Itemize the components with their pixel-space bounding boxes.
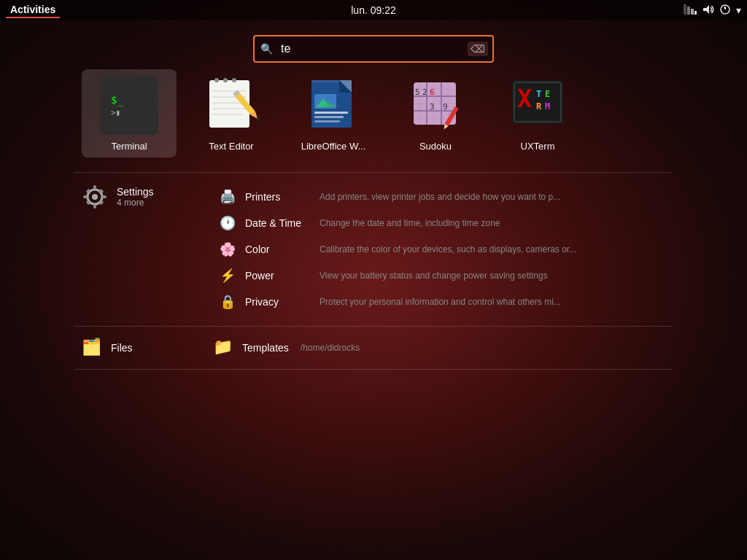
settings-item-power[interactable]: ⚡ Power View your battery status and cha… xyxy=(213,262,665,289)
svg-rect-3 xyxy=(694,11,697,15)
svg-rect-61 xyxy=(83,195,88,198)
templates-name: Templates xyxy=(242,342,289,354)
color-name: Color xyxy=(245,244,311,255)
svg-text:R: R xyxy=(536,101,542,112)
svg-text:3: 3 xyxy=(430,102,435,112)
svg-rect-30 xyxy=(314,120,340,122)
svg-rect-29 xyxy=(314,116,344,118)
clock: lun. 09:22 xyxy=(351,4,396,16)
printers-desc: Add printers, view printer jobs and deci… xyxy=(320,192,560,202)
app-libreoffice-label: LibreOffice W... xyxy=(301,141,366,152)
svg-rect-0 xyxy=(684,4,686,15)
svg-text:$_: $_ xyxy=(111,94,123,106)
templates-icon: 📁 xyxy=(213,338,233,358)
svg-point-58 xyxy=(92,194,98,200)
svg-point-17 xyxy=(232,78,236,82)
settings-main-item[interactable]: Settings 4 more xyxy=(82,184,198,210)
files-section: 🗂️ Files 📁 Templates /home/didrocks xyxy=(74,330,673,365)
search-input[interactable] xyxy=(253,35,494,63)
settings-title: Settings xyxy=(117,186,154,198)
app-terminal-label: Terminal xyxy=(111,141,147,152)
topbar: Activities lun. 09:22 ▾ xyxy=(0,0,747,20)
files-icon: 🗂️ xyxy=(82,338,102,358)
settings-item-datetime[interactable]: 🕐 Date & Time Change the date and time, … xyxy=(213,210,665,236)
activities-button[interactable]: Activities xyxy=(6,2,60,18)
app-sudoku[interactable]: 5 2 6 3 9 Sudoku xyxy=(388,69,483,158)
datetime-desc: Change the date and time, including time… xyxy=(320,218,500,228)
svg-point-16 xyxy=(223,78,228,82)
svg-rect-31 xyxy=(311,80,339,82)
svg-rect-28 xyxy=(314,112,348,114)
app-terminal[interactable]: $_ >▮ Terminal xyxy=(82,69,177,158)
svg-rect-60 xyxy=(93,204,96,209)
terminal-icon: $_ >▮ xyxy=(100,77,158,135)
svg-text:>▮: >▮ xyxy=(111,108,120,117)
power-name: Power xyxy=(245,270,311,281)
svg-text:2: 2 xyxy=(422,88,427,97)
svg-text:6: 6 xyxy=(430,88,435,97)
network-icon[interactable] xyxy=(684,4,697,17)
settings-item-color[interactable]: 🌸 Color Calibrate the color of your devi… xyxy=(213,236,665,262)
libreoffice-icon xyxy=(304,77,363,135)
settings-gear-icon xyxy=(82,184,108,210)
search-icon: 🔍 xyxy=(260,43,273,55)
settings-item-printers[interactable]: 🖨️ Printers Add printers, view printer j… xyxy=(213,184,665,210)
svg-rect-62 xyxy=(102,195,107,198)
datetime-name: Date & Time xyxy=(245,217,311,229)
separator-3 xyxy=(74,369,673,370)
templates-path: /home/didrocks xyxy=(301,343,360,353)
settings-items: 🖨️ Printers Add printers, view printer j… xyxy=(213,184,665,315)
svg-text:9: 9 xyxy=(443,102,448,112)
settings-text: Settings 4 more xyxy=(117,186,154,208)
sudoku-icon: 5 2 6 3 9 xyxy=(406,77,465,135)
app-sudoku-label: Sudoku xyxy=(419,141,452,152)
svg-point-15 xyxy=(214,78,219,82)
app-texteditor-label: Text Editor xyxy=(209,141,253,152)
privacy-icon: 🔒 xyxy=(219,293,236,311)
apps-row: $_ >▮ Terminal xyxy=(74,69,673,158)
power-desc: View your battery status and change powe… xyxy=(320,271,548,281)
settings-sub: 4 more xyxy=(117,198,154,208)
texteditor-icon xyxy=(202,77,260,135)
file-item-templates[interactable]: 📁 Templates /home/didrocks xyxy=(213,338,360,358)
search-clear-button[interactable]: ⌫ xyxy=(468,42,488,56)
svg-text:5: 5 xyxy=(415,88,420,97)
color-icon: 🌸 xyxy=(219,241,236,258)
app-uxterm-label: UXTerm xyxy=(521,141,555,152)
privacy-desc: Protect your personal information and co… xyxy=(320,297,561,307)
uxterm-icon: X T E R M xyxy=(508,77,567,135)
power-icon[interactable] xyxy=(720,4,730,17)
sound-icon[interactable] xyxy=(703,4,714,17)
svg-rect-2 xyxy=(691,9,694,15)
file-item-files[interactable]: 🗂️ Files xyxy=(82,338,184,358)
app-uxterm[interactable]: X T E R M UXTerm xyxy=(490,69,585,158)
separator-2 xyxy=(74,326,673,327)
system-icons: ▾ xyxy=(684,4,741,17)
files-name: Files xyxy=(111,342,133,354)
svg-text:T: T xyxy=(536,89,541,99)
svg-text:X: X xyxy=(517,84,533,113)
app-libreoffice[interactable]: LibreOffice W... xyxy=(286,69,381,158)
settings-item-privacy[interactable]: 🔒 Privacy Protect your personal informat… xyxy=(213,289,665,315)
dropdown-icon[interactable]: ▾ xyxy=(736,4,741,16)
svg-marker-4 xyxy=(703,5,709,14)
printers-icon: 🖨️ xyxy=(219,188,236,206)
printers-name: Printers xyxy=(245,191,311,203)
svg-text:M: M xyxy=(545,101,550,112)
separator-1 xyxy=(74,172,673,173)
search-container: 🔍 ⌫ xyxy=(253,35,494,63)
app-texteditor[interactable]: Text Editor xyxy=(184,69,279,158)
svg-rect-59 xyxy=(93,185,96,190)
privacy-name: Privacy xyxy=(245,296,311,308)
settings-section: Settings 4 more 🖨️ Printers Add printers… xyxy=(74,176,673,322)
main-content: $_ >▮ Terminal xyxy=(74,69,673,373)
svg-text:E: E xyxy=(545,89,550,99)
power-settings-icon: ⚡ xyxy=(219,267,236,284)
datetime-icon: 🕐 xyxy=(219,214,236,232)
svg-rect-1 xyxy=(687,7,690,15)
color-desc: Calibrate the color of your devices, suc… xyxy=(320,244,576,254)
